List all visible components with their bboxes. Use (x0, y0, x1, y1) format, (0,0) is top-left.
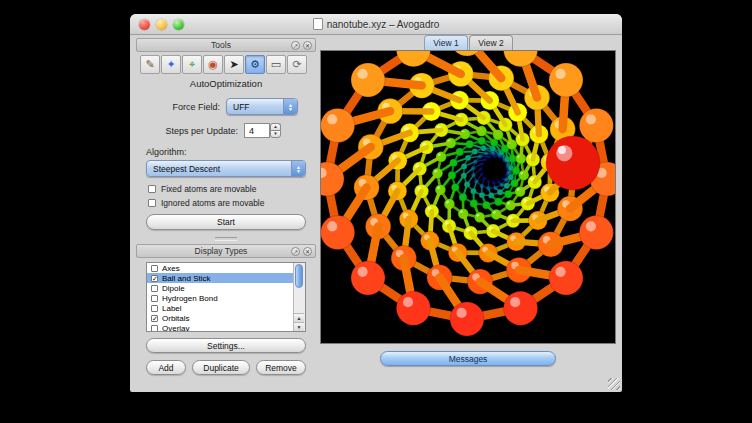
display-types-listbox: Axes✓Ball and StickDipoleHydrogen BondLa… (146, 262, 306, 332)
display-type-checkbox[interactable] (151, 265, 158, 272)
scrollbar-arrows: ▲ ▼ (294, 313, 304, 331)
bondcentric-tool-button[interactable]: ⌖ (182, 55, 202, 74)
document-icon (313, 18, 323, 30)
tab-view-2[interactable]: View 2 (469, 35, 513, 50)
draw-tool-button[interactable]: ✎ (140, 55, 160, 74)
steps-stepper: ▲ ▼ (270, 123, 281, 138)
add-button[interactable]: Add (146, 360, 186, 375)
draw-tool-icon: ✎ (145, 59, 154, 70)
scrollbar-thumb[interactable] (295, 264, 303, 288)
steps-per-update-field[interactable]: 4 (244, 123, 270, 138)
stepper-down-button[interactable]: ▼ (270, 130, 281, 138)
stepper-up-button[interactable]: ▲ (270, 123, 281, 130)
steps-per-update-label: Steps per Update: (136, 126, 238, 136)
autooptimization-title: AutoOptimization (136, 78, 316, 89)
autooptimize-tool-icon: ⚙ (250, 59, 260, 70)
tools-panel-title: Tools (137, 40, 291, 50)
display-types-scrollbar[interactable]: ▲ ▼ (293, 263, 305, 331)
duplicate-button[interactable]: Duplicate (192, 360, 250, 375)
window-title-text: nanotube.xyz – Avogadro (327, 19, 440, 30)
tab-view-1[interactable]: View 1 (424, 35, 468, 50)
algorithm-select[interactable]: Steepest Descent ▲▼ (146, 160, 306, 177)
fixed-atoms-checkbox[interactable] (148, 185, 156, 193)
display-type-checkbox[interactable] (151, 305, 158, 312)
fixed-atoms-label: Fixed atoms are movable (161, 184, 256, 194)
float-display-button[interactable]: ↗ (291, 247, 300, 256)
messages-button[interactable]: Messages (380, 351, 556, 366)
display-type-checkbox[interactable]: ✓ (151, 275, 158, 282)
scroll-up-button[interactable]: ▲ (294, 313, 304, 322)
align-tool-button[interactable]: ⟳ (287, 55, 307, 74)
display-type-row[interactable]: Hydrogen Bond (147, 293, 294, 303)
popup-arrows-icon: ▲▼ (283, 99, 297, 114)
panel-splitter[interactable] (136, 236, 316, 241)
display-type-label: Dipole (162, 284, 185, 293)
window-titlebar[interactable]: nanotube.xyz – Avogadro (130, 14, 622, 35)
display-type-label: Hydrogen Bond (162, 294, 218, 303)
tools-panel-header[interactable]: Tools ↗ ✕ (136, 38, 316, 52)
display-type-checkbox[interactable] (151, 295, 158, 302)
force-field-label: Force Field: (136, 102, 220, 112)
measure-tool-button[interactable]: ▭ (266, 55, 286, 74)
settings-button[interactable]: Settings... (146, 338, 306, 353)
algorithm-label: Algorithm: (146, 147, 226, 157)
ignored-atoms-checkbox[interactable] (148, 199, 156, 207)
bondcentric-tool-icon: ⌖ (189, 59, 195, 70)
display-type-label: Overlay (162, 324, 190, 333)
manipulate-tool-button[interactable]: ◉ (203, 55, 223, 74)
autooptimize-tool-button[interactable]: ⚙ (245, 55, 265, 74)
display-type-row[interactable]: Axes (147, 263, 294, 273)
display-type-checkbox[interactable] (151, 285, 158, 292)
force-field-value: UFF (233, 102, 250, 112)
close-display-button[interactable]: ✕ (303, 247, 312, 256)
manipulate-tool-icon: ◉ (208, 59, 218, 70)
display-type-row[interactable]: Label (147, 303, 294, 313)
display-type-checkbox[interactable]: ✓ (151, 315, 158, 322)
align-tool-icon: ⟳ (292, 59, 301, 70)
select-tool-icon: ➤ (229, 59, 238, 70)
window-title: nanotube.xyz – Avogadro (130, 14, 622, 34)
display-type-label: Label (162, 304, 182, 313)
display-type-checkbox[interactable] (151, 325, 158, 332)
fixed-atoms-checkbox-row[interactable]: Fixed atoms are movable (148, 184, 256, 194)
display-types-panel-header[interactable]: Display Types ↗ ✕ (136, 244, 316, 258)
navigate-tool-button[interactable]: ✦ (161, 55, 181, 74)
desktop: nanotube.xyz – Avogadro Tools ↗ ✕ ✎✦⌖◉➤⚙… (0, 0, 752, 423)
display-type-label: Orbitals (162, 314, 190, 323)
tools-toolbar: ✎✦⌖◉➤⚙▭⟳ (140, 55, 307, 74)
display-type-label: Ball and Stick (162, 274, 210, 283)
avogadro-window: nanotube.xyz – Avogadro Tools ↗ ✕ ✎✦⌖◉➤⚙… (130, 14, 622, 392)
display-types-list: Axes✓Ball and StickDipoleHydrogen BondLa… (147, 263, 294, 332)
float-tools-button[interactable]: ↗ (291, 41, 300, 50)
measure-tool-icon: ▭ (271, 59, 281, 70)
algorithm-value: Steepest Descent (153, 164, 220, 174)
scroll-down-button[interactable]: ▼ (294, 322, 304, 331)
nanotube-render (321, 51, 615, 343)
popup-arrows-icon: ▲▼ (291, 161, 305, 176)
display-type-row[interactable]: ✓Ball and Stick (147, 273, 294, 283)
display-type-row[interactable]: Dipole (147, 283, 294, 293)
navigate-tool-icon: ✦ (166, 59, 175, 70)
force-field-select[interactable]: UFF ▲▼ (226, 98, 298, 115)
start-button[interactable]: Start (146, 214, 306, 230)
display-types-title: Display Types (137, 246, 291, 256)
display-type-row[interactable]: ✓Orbitals (147, 313, 294, 323)
close-tools-button[interactable]: ✕ (303, 41, 312, 50)
display-type-row[interactable]: Overlay (147, 323, 294, 332)
ignored-atoms-label: Ignored atoms are movable (161, 198, 264, 208)
display-type-label: Axes (162, 264, 180, 273)
remove-button[interactable]: Remove (256, 360, 306, 375)
window-resize-grip[interactable] (608, 378, 620, 390)
molecule-viewport[interactable] (320, 50, 616, 344)
ignored-atoms-checkbox-row[interactable]: Ignored atoms are movable (148, 198, 264, 208)
select-tool-button[interactable]: ➤ (224, 55, 244, 74)
